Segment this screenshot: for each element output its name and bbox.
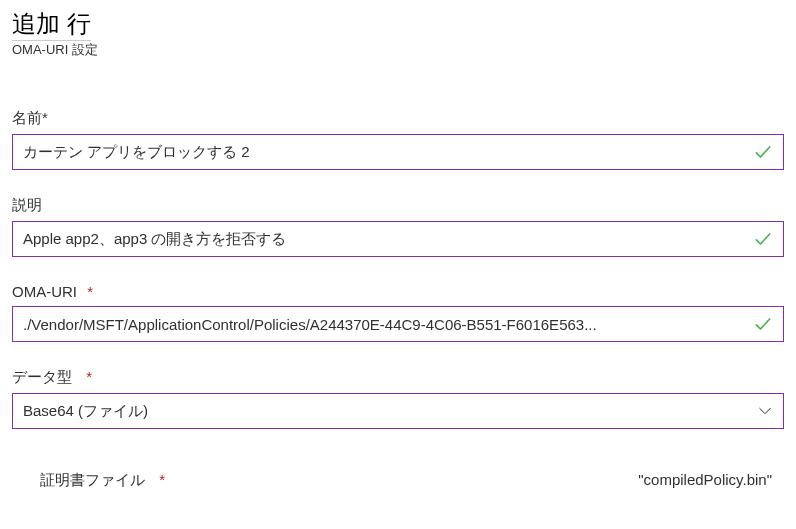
data-type-value: Base64 (ファイル): [23, 402, 757, 421]
field-description: 説明: [12, 196, 784, 257]
oma-uri-label-text: OMA-URI: [12, 283, 77, 300]
chevron-down-icon: [757, 403, 773, 419]
cert-file-label: 証明書ファイル *: [40, 471, 165, 490]
oma-uri-input-wrapper[interactable]: [12, 306, 784, 342]
description-input[interactable]: [23, 231, 745, 248]
check-icon: [753, 229, 773, 249]
page-header: 追加 行 OMA-URI 設定: [12, 8, 784, 59]
check-icon: [753, 142, 773, 162]
page-subtitle: OMA-URI 設定: [12, 41, 784, 59]
field-name: 名前*: [12, 109, 784, 170]
field-oma-uri: OMA-URI *: [12, 283, 784, 342]
page-title: 追加 行: [12, 8, 91, 41]
cert-file-name: "compiledPolicy.bin": [638, 471, 772, 488]
name-label-text: 名前: [12, 109, 42, 126]
oma-uri-label: OMA-URI *: [12, 283, 784, 300]
description-label-text: 説明: [12, 196, 42, 213]
data-type-label-text: データ型: [12, 368, 72, 385]
description-input-wrapper[interactable]: [12, 221, 784, 257]
name-label: 名前*: [12, 109, 784, 128]
oma-uri-input[interactable]: [23, 316, 745, 333]
required-star: *: [159, 471, 165, 488]
name-input[interactable]: [23, 144, 745, 161]
required-star: *: [87, 283, 93, 300]
check-icon: [753, 314, 773, 334]
field-cert-file: 証明書ファイル * "compiledPolicy.bin": [12, 471, 784, 490]
required-star: *: [86, 368, 92, 385]
description-label: 説明: [12, 196, 784, 215]
name-input-wrapper[interactable]: [12, 134, 784, 170]
required-star: *: [42, 109, 48, 126]
cert-file-label-text: 証明書ファイル: [40, 471, 145, 488]
data-type-select[interactable]: Base64 (ファイル): [12, 393, 784, 429]
field-data-type: データ型 * Base64 (ファイル): [12, 368, 784, 429]
data-type-label: データ型 *: [12, 368, 784, 387]
